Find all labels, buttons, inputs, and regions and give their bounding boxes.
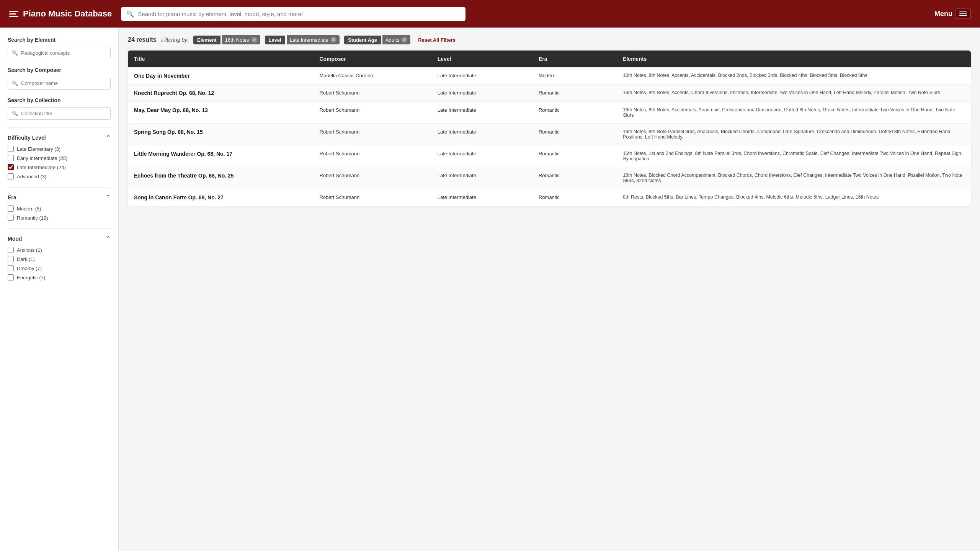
col-composer: Composer (313, 51, 431, 67)
difficulty-section-title: Difficulty Level (8, 135, 46, 141)
difficulty-option: Late Elementary (3) (8, 146, 111, 152)
table-row[interactable]: One Day in November Mariella Cassar-Cord… (128, 67, 971, 85)
difficulty-section-header[interactable]: Difficulty Level ⌃ (8, 134, 111, 141)
difficulty-label[interactable]: Advanced (3) (17, 174, 46, 179)
app-title: Piano Music Database (23, 9, 112, 19)
row-elements: 16th Notes, 8th Note Parallel 3rds, Anac… (617, 124, 971, 145)
row-title: Knecht Ruprecht Op. 68, No. 12 (128, 85, 313, 102)
search-icon: 🔍 (126, 10, 134, 18)
difficulty-label[interactable]: Late Elementary (3) (17, 146, 60, 152)
table-header-row: Title Composer Level Era Elements (128, 51, 971, 67)
row-composer: Robert Schumann (313, 167, 431, 189)
row-composer: Robert Schumann (313, 102, 431, 124)
table-row[interactable]: Little Morning Wanderer Op. 68, No. 17 R… (128, 145, 971, 167)
search-element-box: 🔍 (8, 47, 111, 59)
mood-checkbox[interactable] (8, 265, 14, 271)
row-composer: Mariella Cassar-Cordina (313, 67, 431, 85)
era-section-title: Era (8, 194, 16, 201)
era-chevron-icon: ⌃ (106, 194, 111, 201)
search-collection-input[interactable] (21, 111, 106, 116)
divider-difficulty (8, 127, 111, 128)
era-options: Modern (5)Romantic (19) (8, 205, 111, 221)
results-count: 24 results (128, 36, 157, 43)
divider-era (8, 187, 111, 187)
mood-label[interactable]: Anxious (1) (17, 247, 42, 253)
filter-tag-age-remove[interactable]: ✕ (401, 37, 407, 43)
row-era: Romantic (532, 124, 617, 145)
search-composer-title: Search by Composer (8, 67, 111, 73)
era-option: Modern (5) (8, 205, 111, 212)
menu-label: Menu (934, 10, 952, 18)
mood-checkbox[interactable] (8, 247, 14, 253)
era-label[interactable]: Modern (5) (17, 206, 41, 212)
search-element-icon: 🔍 (12, 50, 18, 56)
difficulty-options: Late Elementary (3)Early Intermediate (2… (8, 146, 111, 179)
filter-tag-level: Level Late Intermediate ✕ (265, 35, 340, 44)
era-checkbox[interactable] (8, 205, 14, 212)
difficulty-checkbox[interactable] (8, 164, 14, 170)
era-label[interactable]: Romantic (19) (17, 215, 48, 221)
table-row[interactable]: Song in Canon Form Op. 68, No. 27 Robert… (128, 189, 971, 206)
col-title: Title (128, 51, 313, 67)
row-title: Little Morning Wanderer Op. 68, No. 17 (128, 145, 313, 167)
filter-tag-element-remove[interactable]: ✕ (251, 37, 257, 43)
mood-chevron-icon: ⌃ (106, 235, 111, 242)
row-level: Late Intermediate (431, 67, 532, 85)
search-composer-icon: 🔍 (12, 80, 18, 86)
era-section: Era ⌃ Modern (5)Romantic (19) (8, 194, 111, 221)
mood-label[interactable]: Energetic (7) (17, 275, 45, 280)
row-title: Song in Canon Form Op. 68, No. 27 (128, 189, 313, 206)
difficulty-label[interactable]: Late Intermediate (24) (17, 165, 66, 170)
col-era: Era (532, 51, 617, 67)
menu-button[interactable]: Menu (934, 8, 971, 19)
mood-option: Anxious (1) (8, 247, 111, 253)
search-collection-title: Search by Collection (8, 97, 111, 103)
filter-tag-age: Student Age Adults ✕ (344, 35, 410, 44)
mood-section-header[interactable]: Mood ⌃ (8, 235, 111, 242)
difficulty-checkbox[interactable] (8, 155, 14, 161)
search-element-title: Search by Element (8, 37, 111, 43)
main-container: Search by Element 🔍 Search by Composer 🔍… (0, 28, 980, 551)
difficulty-label[interactable]: Early Intermediate (25) (17, 155, 67, 161)
table-row[interactable]: May, Dear May Op. 68, No. 13 Robert Schu… (128, 102, 971, 124)
search-collection-box: 🔍 (8, 107, 111, 120)
filter-tag-level-remove[interactable]: ✕ (330, 37, 336, 43)
search-element-input[interactable] (21, 50, 106, 56)
row-era: Romantic (532, 189, 617, 206)
row-level: Late Intermediate (431, 124, 532, 145)
mood-label[interactable]: Dreamy (7) (17, 266, 42, 271)
logo[interactable]: Piano Music Database (9, 9, 112, 19)
difficulty-section: Difficulty Level ⌃ Late Elementary (3)Ea… (8, 134, 111, 179)
reset-filters-button[interactable]: Reset All Filters (418, 37, 456, 43)
table-row[interactable]: Echoes from the Theatre Op. 68, No. 25 R… (128, 167, 971, 189)
row-composer: Robert Schumann (313, 85, 431, 102)
filtering-by-label: Filtering by: (161, 37, 189, 43)
mood-option: Energetic (7) (8, 274, 111, 280)
difficulty-checkbox[interactable] (8, 146, 14, 152)
row-era: Romantic (532, 102, 617, 124)
row-title: One Day in November (128, 67, 313, 85)
col-elements: Elements (617, 51, 971, 67)
mood-section-title: Mood (8, 236, 22, 242)
divider-mood (8, 228, 111, 229)
table-row[interactable]: Spring Song Op. 68, No. 15 Robert Schuma… (128, 124, 971, 145)
search-composer-input[interactable] (21, 80, 106, 86)
mood-checkbox[interactable] (8, 274, 14, 280)
era-checkbox[interactable] (8, 215, 14, 221)
mood-checkbox[interactable] (8, 256, 14, 262)
mood-label[interactable]: Dark (1) (17, 256, 35, 262)
difficulty-chevron-icon: ⌃ (106, 134, 111, 141)
difficulty-checkbox[interactable] (8, 173, 14, 179)
difficulty-option: Advanced (3) (8, 173, 111, 179)
era-section-header[interactable]: Era ⌃ (8, 194, 111, 201)
row-elements: 16th Notes, 8th Notes, Accents, Accident… (617, 67, 971, 85)
filter-tag-age-value: Adults ✕ (382, 35, 410, 44)
search-input[interactable] (121, 7, 466, 21)
filter-bar: 24 results Filtering by: Element 16th No… (128, 35, 971, 44)
row-level: Late Intermediate (431, 145, 532, 167)
filter-tag-element-value: 16th Notes ✕ (222, 35, 260, 44)
table-row[interactable]: Knecht Ruprecht Op. 68, No. 12 Robert Sc… (128, 85, 971, 102)
era-option: Romantic (19) (8, 215, 111, 221)
search-element-section: Search by Element 🔍 (8, 37, 111, 59)
row-level: Late Intermediate (431, 189, 532, 206)
